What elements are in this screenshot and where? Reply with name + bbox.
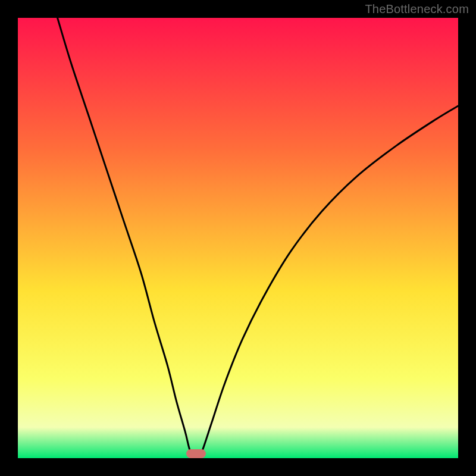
plot-area [18, 18, 458, 458]
watermark-text: TheBottleneck.com [365, 2, 469, 16]
bottleneck-curve [18, 18, 458, 458]
chart-frame: TheBottleneck.com [0, 0, 476, 476]
optimal-marker [186, 449, 206, 458]
